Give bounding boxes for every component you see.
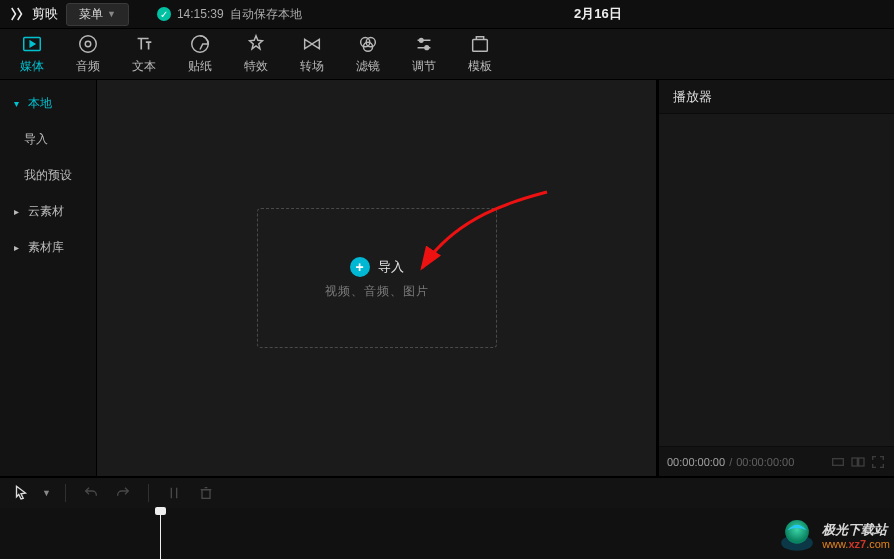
save-text: 自动保存本地 (230, 6, 302, 23)
tab-audio[interactable]: 音频 (60, 28, 116, 80)
check-icon: ✓ (157, 7, 171, 21)
logo-icon (8, 5, 26, 23)
ratio-icon[interactable] (830, 454, 846, 470)
effect-icon (245, 33, 267, 55)
caret-down-icon: ▾ (14, 98, 24, 109)
import-hint: 视频、音频、图片 (325, 283, 429, 300)
media-area: + 导入 视频、音频、图片 (97, 80, 659, 476)
svg-rect-11 (852, 458, 857, 466)
svg-point-2 (85, 41, 91, 47)
sidebar-item-library[interactable]: ▸ 素材库 (0, 229, 96, 265)
timeline[interactable] (0, 508, 894, 559)
plus-icon: + (350, 257, 370, 277)
sticker-icon (189, 33, 211, 55)
compare-icon[interactable] (850, 454, 866, 470)
player-controls: 00:00:00:00 / 00:00:00:00 (659, 446, 894, 476)
tab-transition[interactable]: 转场 (284, 28, 340, 80)
content-row: ▾ 本地 导入 我的预设 ▸ 云素材 ▸ 素材库 + 导入 视频、音频、图片 (0, 80, 894, 476)
sidebar-item-cloud[interactable]: ▸ 云素材 (0, 193, 96, 229)
sidebar-item-import[interactable]: 导入 (0, 121, 96, 157)
tab-adjust[interactable]: 调节 (396, 28, 452, 80)
menu-button[interactable]: 菜单 ▼ (66, 3, 129, 26)
media-icon (21, 33, 43, 55)
tab-text[interactable]: 文本 (116, 28, 172, 80)
timeline-toolbar: ▼ (0, 476, 894, 508)
media-sidebar: ▾ 本地 导入 我的预设 ▸ 云素材 ▸ 素材库 (0, 80, 97, 476)
autosave-status: ✓ 14:15:39 自动保存本地 (157, 6, 302, 23)
svg-rect-10 (833, 458, 844, 465)
pointer-tool-button[interactable] (10, 482, 32, 504)
tab-sticker[interactable]: 贴纸 (172, 28, 228, 80)
tab-media[interactable]: 媒体 (4, 28, 60, 80)
delete-button[interactable] (195, 482, 217, 504)
time-total: 00:00:00:00 (736, 456, 794, 468)
playhead[interactable] (160, 508, 161, 559)
redo-button[interactable] (112, 482, 134, 504)
tool-tabs: 媒体 音频 文本 贴纸 特效 转场 滤镜 调节 模板 (0, 28, 894, 80)
audio-icon (77, 33, 99, 55)
filter-icon (357, 33, 379, 55)
sidebar-item-local[interactable]: ▾ 本地 (0, 85, 96, 121)
svg-rect-12 (859, 458, 864, 466)
chevron-down-icon[interactable]: ▼ (42, 488, 51, 498)
text-icon (133, 33, 155, 55)
template-icon (469, 33, 491, 55)
import-dropzone[interactable]: + 导入 视频、音频、图片 (257, 208, 497, 348)
app-name: 剪映 (32, 5, 58, 23)
adjust-icon (413, 33, 435, 55)
split-button[interactable] (163, 482, 185, 504)
tab-template[interactable]: 模板 (452, 28, 508, 80)
caret-right-icon: ▸ (14, 206, 24, 217)
time-current: 00:00:00:00 (667, 456, 725, 468)
tab-filter[interactable]: 滤镜 (340, 28, 396, 80)
tab-effect[interactable]: 特效 (228, 28, 284, 80)
undo-button[interactable] (80, 482, 102, 504)
app-logo: 剪映 (8, 5, 58, 23)
svg-point-1 (80, 36, 97, 53)
chevron-down-icon: ▼ (107, 9, 116, 19)
project-date: 2月16日 (574, 5, 622, 23)
sidebar-item-presets[interactable]: 我的预设 (0, 157, 96, 193)
caret-right-icon: ▸ (14, 242, 24, 253)
player-title: 播放器 (659, 80, 894, 114)
import-label: 导入 (378, 258, 404, 276)
svg-point-8 (425, 46, 429, 50)
svg-rect-13 (202, 490, 210, 499)
top-bar: 剪映 菜单 ▼ ✓ 14:15:39 自动保存本地 2月16日 (0, 0, 894, 28)
svg-point-7 (419, 39, 423, 43)
transition-icon (301, 33, 323, 55)
fullscreen-icon[interactable] (870, 454, 886, 470)
save-time: 14:15:39 (177, 7, 224, 21)
player-panel: 播放器 00:00:00:00 / 00:00:00:00 (659, 80, 894, 476)
player-viewport (659, 114, 894, 446)
svg-rect-9 (473, 39, 488, 51)
